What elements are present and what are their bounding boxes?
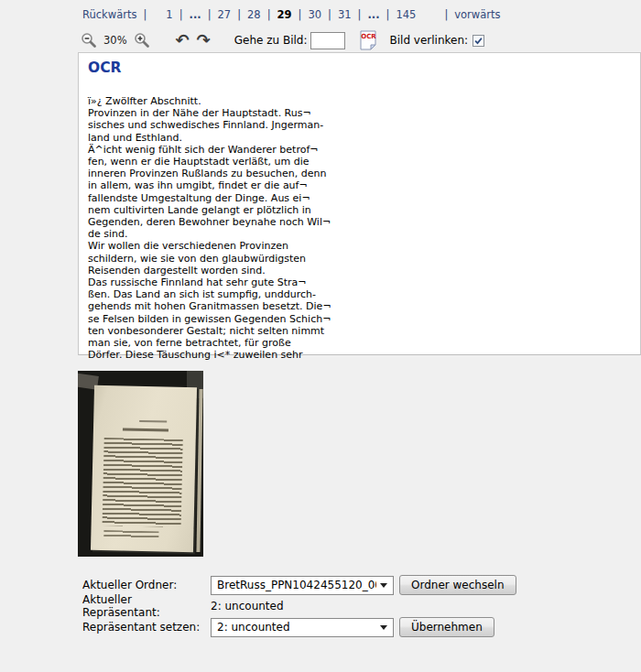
change-folder-button[interactable]: Ordner wechseln xyxy=(399,575,516,595)
zoom-out-icon[interactable] xyxy=(81,32,97,49)
app-root: Rückwärts | 1 | ... | 27 | 28 | 29 | 30 … xyxy=(0,0,641,672)
page-heading-line xyxy=(123,428,168,431)
page-text-block xyxy=(103,438,183,527)
toolbar: 30% ↶ ↷ Gehe zu Bild: OCR Bild verlinken… xyxy=(81,29,484,51)
nav-page-30[interactable]: 30 xyxy=(308,8,321,21)
link-image-checkbox[interactable] xyxy=(473,35,484,47)
current-folder-row: Aktueller Ordner: BretRuss_PPN1042455120… xyxy=(82,575,516,595)
nav-forward-link[interactable]: vorwärts xyxy=(454,8,500,21)
representative-select-value: 2: uncounted xyxy=(217,621,290,634)
representative-select[interactable]: 2: uncounted xyxy=(211,618,394,637)
nav-ellipsis: ... xyxy=(190,8,201,21)
current-representative-row: Aktueller Repräsentant: 2: uncounted xyxy=(82,597,284,615)
apply-button[interactable]: Übernehmen xyxy=(399,617,494,637)
goto-image-label: Gehe zu Bild: xyxy=(234,34,308,47)
ocr-document-icon[interactable]: OCR xyxy=(359,30,377,50)
undo-icon[interactable]: ↶ xyxy=(176,32,190,49)
current-folder-label: Aktueller Ordner: xyxy=(82,579,211,591)
nav-back-link[interactable]: Rückwärts xyxy=(82,8,136,21)
link-image-label: Bild verlinken: xyxy=(390,34,469,47)
folder-select-value: BretRuss_PPN1042455120_000 xyxy=(217,579,376,591)
goto-image-input[interactable] xyxy=(310,32,345,49)
nav-page-145[interactable]: 145 xyxy=(396,8,416,21)
chevron-down-icon xyxy=(380,583,387,588)
zoom-in-icon[interactable] xyxy=(134,32,150,49)
nav-page-27[interactable]: 27 xyxy=(218,8,232,21)
set-representative-row: Repräsentant setzen: 2: uncounted Überne… xyxy=(82,617,494,637)
folder-select[interactable]: BretRuss_PPN1042455120_000 xyxy=(211,576,394,595)
nav-page-31[interactable]: 31 xyxy=(338,8,352,21)
ocr-text: ï»¿ Zwölfter Abschnitt. Provinzen in der… xyxy=(88,95,631,361)
page-stack-edge xyxy=(196,389,202,552)
set-representative-label: Repräsentant setzen: xyxy=(82,621,211,634)
svg-text:OCR: OCR xyxy=(361,33,376,40)
page-ornament-rule xyxy=(139,420,167,423)
zoom-level: 30% xyxy=(103,34,127,47)
nav-page-current: 29 xyxy=(277,8,292,21)
pagination-bar: Rückwärts | 1 | ... | 27 | 28 | 29 | 30 … xyxy=(82,8,501,21)
ocr-panel-title: OCR xyxy=(88,60,631,76)
current-representative-label: Aktueller Repräsentant: xyxy=(82,593,211,619)
page-thumbnail[interactable] xyxy=(78,371,203,557)
redo-icon[interactable]: ↷ xyxy=(197,32,211,49)
ocr-panel: OCR ï»¿ Zwölfter Abschnitt. Provinzen in… xyxy=(78,52,641,355)
chevron-down-icon xyxy=(380,625,387,630)
nav-page-28[interactable]: 28 xyxy=(247,8,261,21)
nav-page-1[interactable]: 1 xyxy=(166,8,172,21)
current-representative-value: 2: uncounted xyxy=(211,600,284,612)
scanned-page xyxy=(91,385,197,552)
page-text-block-end xyxy=(103,530,158,539)
nav-separator: | xyxy=(143,8,147,21)
nav-ellipsis-2: ... xyxy=(367,8,379,21)
